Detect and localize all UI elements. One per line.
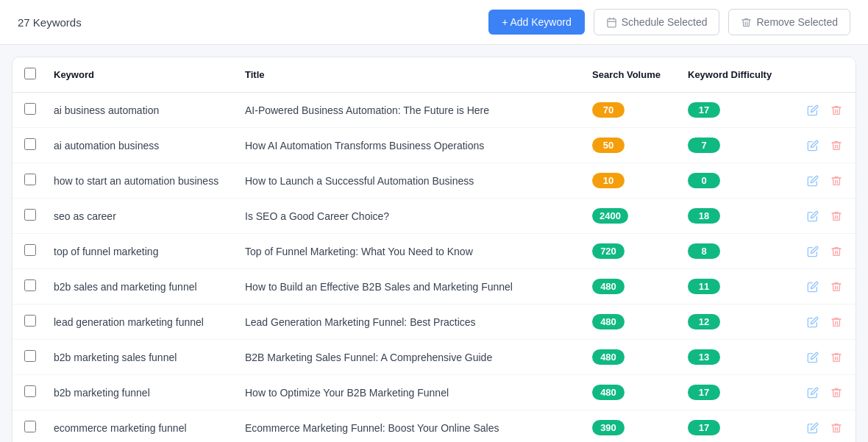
delete-button-5[interactable]	[829, 279, 844, 294]
edit-button-5[interactable]	[805, 279, 820, 294]
edit-button-0[interactable]	[805, 103, 820, 118]
select-all-checkbox[interactable]	[24, 68, 36, 79]
difficulty-cell-6: 12	[679, 304, 797, 340]
delete-button-7[interactable]	[829, 350, 844, 365]
search-volume-badge-0: 70	[592, 102, 625, 118]
search-volume-cell-6: 480	[583, 304, 679, 340]
edit-icon-1	[807, 140, 819, 152]
delete-button-3[interactable]	[829, 209, 844, 224]
keyword-cell-8: b2b marketing funnel	[45, 375, 236, 410]
title-cell-4: Top of Funnel Marketing: What You Need t…	[236, 234, 583, 269]
row-actions-8	[805, 385, 847, 400]
row-actions-4	[805, 244, 847, 259]
difficulty-badge-7: 13	[688, 349, 720, 365]
edit-button-1[interactable]	[805, 138, 820, 153]
difficulty-badge-5: 11	[688, 279, 720, 294]
table-row: ai automation business How AI Automation…	[13, 128, 855, 163]
edit-button-9[interactable]	[805, 421, 820, 435]
row-checkbox-2[interactable]	[24, 174, 36, 185]
row-checkbox-6[interactable]	[24, 315, 36, 327]
col-keyword: Keyword	[45, 57, 236, 93]
row-checkbox-9[interactable]	[24, 421, 36, 432]
row-actions-2	[805, 174, 847, 188]
delete-icon-2	[830, 175, 842, 187]
title-cell-1: How AI Automation Transforms Business Op…	[236, 128, 583, 163]
row-actions-3	[805, 209, 847, 224]
search-volume-badge-2: 10	[592, 173, 625, 188]
search-volume-cell-8: 480	[583, 375, 679, 410]
row-checkbox-1[interactable]	[24, 138, 36, 150]
search-volume-cell-0: 70	[583, 93, 679, 128]
title-cell-2: How to Launch a Successful Automation Bu…	[236, 163, 583, 199]
search-volume-cell-7: 480	[583, 340, 679, 375]
schedule-button-label: Schedule Selected	[622, 16, 708, 28]
svg-rect-0	[608, 18, 616, 26]
remove-selected-button[interactable]: Remove Selected	[728, 9, 850, 35]
schedule-selected-button[interactable]: Schedule Selected	[594, 9, 720, 35]
delete-icon-4	[830, 246, 842, 257]
search-volume-badge-7: 480	[592, 349, 625, 365]
keyword-cell-5: b2b sales and marketing funnel	[45, 269, 236, 304]
calendar-icon	[606, 17, 617, 28]
delete-button-6[interactable]	[829, 315, 844, 329]
difficulty-cell-7: 13	[679, 340, 797, 375]
row-checkbox-8[interactable]	[24, 385, 36, 397]
edit-icon-3	[807, 210, 819, 222]
row-actions-6	[805, 315, 847, 329]
difficulty-cell-9: 17	[679, 410, 797, 443]
remove-button-label: Remove Selected	[756, 16, 838, 28]
keyword-cell-1: ai automation business	[45, 128, 236, 163]
row-actions-0	[805, 103, 847, 118]
edit-button-4[interactable]	[805, 244, 820, 259]
table-row: top of funnel marketing Top of Funnel Ma…	[13, 234, 855, 269]
delete-icon-0	[830, 104, 842, 116]
difficulty-badge-6: 12	[688, 314, 720, 329]
search-volume-badge-5: 480	[592, 279, 625, 294]
trash-icon	[741, 17, 752, 28]
edit-button-3[interactable]	[805, 209, 820, 224]
difficulty-cell-0: 17	[679, 93, 797, 128]
edit-icon-5	[807, 281, 819, 293]
top-bar: 27 Keywords + Add Keyword Schedule Selec…	[0, 0, 868, 45]
row-checkbox-3[interactable]	[24, 209, 36, 221]
delete-button-0[interactable]	[829, 103, 844, 118]
difficulty-cell-8: 17	[679, 375, 797, 410]
difficulty-badge-0: 17	[688, 102, 720, 118]
col-title: Title	[236, 57, 583, 93]
col-keyword-difficulty: Keyword Difficulty	[679, 57, 797, 93]
difficulty-cell-4: 8	[679, 234, 797, 269]
delete-button-8[interactable]	[829, 385, 844, 400]
difficulty-badge-2: 0	[688, 173, 720, 188]
search-volume-badge-9: 390	[592, 420, 625, 435]
search-volume-cell-4: 720	[583, 234, 679, 269]
search-volume-cell-1: 50	[583, 128, 679, 163]
title-cell-9: Ecommerce Marketing Funnel: Boost Your O…	[236, 410, 583, 443]
edit-button-6[interactable]	[805, 315, 820, 329]
title-cell-6: Lead Generation Marketing Funnel: Best P…	[236, 304, 583, 340]
row-checkbox-0[interactable]	[24, 103, 36, 115]
difficulty-cell-1: 7	[679, 128, 797, 163]
search-volume-badge-4: 720	[592, 243, 625, 259]
add-keyword-button[interactable]: + Add Keyword	[488, 10, 585, 35]
delete-button-9[interactable]	[829, 421, 844, 435]
edit-icon-6	[807, 316, 819, 328]
table-row: seo as career Is SEO a Good Career Choic…	[13, 199, 855, 234]
row-checkbox-7[interactable]	[24, 350, 36, 362]
row-actions-1	[805, 138, 847, 153]
edit-button-8[interactable]	[805, 385, 820, 400]
delete-icon-1	[830, 140, 842, 152]
delete-button-4[interactable]	[829, 244, 844, 259]
edit-button-2[interactable]	[805, 174, 820, 188]
row-actions-7	[805, 350, 847, 365]
edit-icon-9	[807, 422, 819, 434]
search-volume-badge-8: 480	[592, 385, 625, 400]
difficulty-badge-3: 18	[688, 208, 720, 224]
row-checkbox-5[interactable]	[24, 279, 36, 291]
delete-button-2[interactable]	[829, 174, 844, 188]
keyword-cell-6: lead generation marketing funnel	[45, 304, 236, 340]
table-row: b2b marketing funnel How to Optimize You…	[13, 375, 855, 410]
edit-button-7[interactable]	[805, 350, 820, 365]
row-checkbox-4[interactable]	[24, 244, 36, 256]
delete-button-1[interactable]	[829, 138, 844, 153]
keyword-cell-3: seo as career	[45, 199, 236, 234]
